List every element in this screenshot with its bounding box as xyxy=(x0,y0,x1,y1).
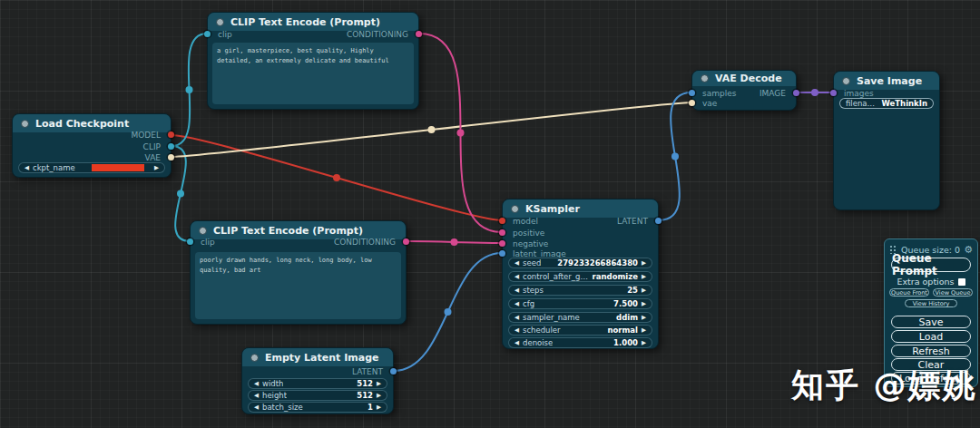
seed-widget[interactable]: ◀ seed 279233266864380 ▶ xyxy=(508,258,652,268)
decrement-icon[interactable]: ◀ xyxy=(514,300,519,307)
clip-port-dot[interactable] xyxy=(204,31,211,37)
node-title: Empty Latent Image xyxy=(265,352,379,364)
increment-icon[interactable]: ▶ xyxy=(377,404,381,411)
extra-options-checkbox[interactable] xyxy=(958,278,965,286)
output-conditioning: CONDITIONING xyxy=(334,237,396,248)
node-empty-latent-image[interactable]: Empty Latent Image LATENT ◀ width 512 ▶ … xyxy=(241,347,394,414)
control-after-generate-widget[interactable]: ◀ control_after_generate randomize ▶ xyxy=(508,271,652,282)
output-image: IMAGE xyxy=(760,88,786,99)
decrement-icon[interactable]: ◀ xyxy=(254,404,259,411)
output-latent: LATENT xyxy=(617,216,648,227)
queue-prompt-button[interactable]: Queue Prompt xyxy=(891,258,971,272)
height-widget[interactable]: ◀ height 512 ▶ xyxy=(248,390,387,401)
collapse-dot-icon[interactable] xyxy=(199,227,207,235)
steps-widget[interactable]: ◀ steps 25 ▶ xyxy=(508,285,652,296)
collapse-dot-icon[interactable] xyxy=(842,77,850,85)
latent-port-dot[interactable] xyxy=(499,250,505,257)
node-clip-text-encode-positive[interactable]: CLIP Text Encode (Prompt) clip CONDITION… xyxy=(207,12,419,110)
sampler-name-widget[interactable]: ◀ sampler_name ddim ▶ xyxy=(508,312,652,323)
link-midpoint-dot-latent-to-ksampler[interactable] xyxy=(445,308,452,316)
link-midpoint-dot-negative-cond-to-ksampler[interactable] xyxy=(451,238,458,246)
node-clip-text-encode-negative[interactable]: CLIP Text Encode (Prompt) clip CONDITION… xyxy=(190,220,407,325)
collapse-dot-icon[interactable] xyxy=(250,354,259,362)
node-titlebar[interactable]: Empty Latent Image xyxy=(242,348,393,366)
save-button[interactable]: Save xyxy=(891,316,971,328)
node-title: VAE Decode xyxy=(715,73,782,84)
link-midpoint-dot-image-to-save-image[interactable] xyxy=(811,89,818,96)
queue-front-button[interactable]: Queue Front xyxy=(889,288,929,297)
decrement-icon[interactable]: ◀ xyxy=(514,259,519,267)
decrement-icon[interactable]: ◀ xyxy=(514,314,519,321)
increment-icon[interactable]: ▶ xyxy=(642,326,646,334)
latent-port-dot[interactable] xyxy=(390,368,397,374)
link-midpoint-dot-clip-to-positive-prompt[interactable] xyxy=(186,86,193,93)
width-widget[interactable]: ◀ width 512 ▶ xyxy=(248,378,387,389)
increment-icon[interactable]: ▶ xyxy=(642,273,646,280)
increment-icon[interactable]: ▶ xyxy=(642,287,646,294)
collapse-dot-icon[interactable] xyxy=(21,120,29,128)
output-clip: CLIP xyxy=(143,141,161,152)
image-port-dot[interactable] xyxy=(793,90,799,96)
link-midpoint-dot-ksampler-latent-to-decode[interactable] xyxy=(671,153,679,160)
vae-port-dot[interactable] xyxy=(168,154,174,160)
decrement-icon[interactable]: ◀ xyxy=(514,273,519,280)
increment-icon[interactable]: ▶ xyxy=(642,300,646,307)
node-titlebar[interactable]: CLIP Text Encode (Prompt) xyxy=(208,13,418,31)
negative-prompt-textarea[interactable]: poorly drawn hands, long neck, long body… xyxy=(195,252,401,319)
conditioning-port-dot[interactable] xyxy=(499,229,505,236)
node-load-checkpoint[interactable]: Load Checkpoint MODEL CLIP VAE ◀ ckpt_na… xyxy=(12,113,172,178)
positive-prompt-textarea[interactable]: a girl, masterpiece, best quality, Highl… xyxy=(212,43,414,104)
view-queue-button[interactable]: View Queue xyxy=(933,288,973,297)
decrement-icon[interactable]: ◀ xyxy=(514,326,519,334)
increment-icon[interactable]: ▶ xyxy=(642,314,646,321)
node-save-image[interactable]: Save Image images filename_prefix WeThin… xyxy=(833,71,940,210)
latent-port-dot[interactable] xyxy=(689,90,695,96)
input-model: model xyxy=(513,216,538,227)
output-model: MODEL xyxy=(132,130,161,141)
decrement-icon[interactable]: ◀ xyxy=(24,164,29,171)
node-ksampler[interactable]: KSampler model positive negative latent_… xyxy=(502,199,659,349)
node-graph-canvas[interactable]: Load Checkpoint MODEL CLIP VAE ◀ ckpt_na… xyxy=(0,0,980,428)
cfg-widget[interactable]: ◀ cfg 7.500 ▶ xyxy=(508,298,652,309)
scheduler-widget[interactable]: ◀ scheduler normal ▶ xyxy=(508,325,652,336)
view-history-button[interactable]: View History xyxy=(905,299,957,307)
node-title: Load Checkpoint xyxy=(35,118,129,130)
image-port-dot[interactable] xyxy=(830,90,837,96)
collapse-dot-icon[interactable] xyxy=(701,74,709,83)
ckpt-name-widget[interactable]: ◀ ckpt_name ▶ xyxy=(18,162,165,173)
increment-icon[interactable]: ▶ xyxy=(154,164,159,171)
decrement-icon[interactable]: ◀ xyxy=(514,339,519,346)
link-midpoint-dot-clip-to-negative-prompt[interactable] xyxy=(177,190,184,198)
node-titlebar[interactable]: VAE Decode xyxy=(692,71,796,86)
increment-icon[interactable]: ▶ xyxy=(642,339,646,346)
decrement-icon[interactable]: ◀ xyxy=(254,392,259,399)
increment-icon[interactable]: ▶ xyxy=(642,259,646,267)
link-midpoint-dot-vae-to-vae-decode[interactable] xyxy=(428,126,436,133)
load-button[interactable]: Load xyxy=(891,330,971,343)
node-vae-decode[interactable]: VAE Decode samples vae IMAGE xyxy=(691,70,797,111)
conditioning-port-dot[interactable] xyxy=(499,240,505,247)
refresh-button[interactable]: Refresh xyxy=(891,345,971,357)
batch-size-widget[interactable]: ◀ batch_size 1 ▶ xyxy=(248,402,387,413)
link-midpoint-dot-positive-cond-to-ksampler[interactable] xyxy=(457,130,465,137)
collapse-dot-icon[interactable] xyxy=(216,18,224,26)
increment-icon[interactable]: ▶ xyxy=(377,380,381,387)
model-port-dot[interactable] xyxy=(499,218,505,224)
model-port-dot[interactable] xyxy=(168,131,174,138)
node-title: CLIP Text Encode (Prompt) xyxy=(230,16,380,28)
latent-port-dot[interactable] xyxy=(655,218,662,224)
decrement-icon[interactable]: ◀ xyxy=(514,287,519,294)
decrement-icon[interactable]: ◀ xyxy=(254,380,259,387)
clip-port-dot[interactable] xyxy=(187,238,193,245)
increment-icon[interactable]: ▶ xyxy=(377,392,381,399)
denoise-widget[interactable]: ◀ denoise 1.000 ▶ xyxy=(508,337,652,348)
filename-prefix-widget[interactable]: filename_prefix WeThinkIn xyxy=(839,98,934,109)
conditioning-port-dot[interactable] xyxy=(416,31,422,37)
conditioning-port-dot[interactable] xyxy=(403,238,409,245)
node-titlebar[interactable]: KSampler xyxy=(503,199,658,218)
clip-port-dot[interactable] xyxy=(168,143,174,150)
node-titlebar[interactable]: Save Image xyxy=(834,72,939,90)
link-midpoint-dot-model-to-ksampler[interactable] xyxy=(333,174,340,181)
collapse-dot-icon[interactable] xyxy=(511,205,519,213)
vae-port-dot[interactable] xyxy=(689,100,695,106)
